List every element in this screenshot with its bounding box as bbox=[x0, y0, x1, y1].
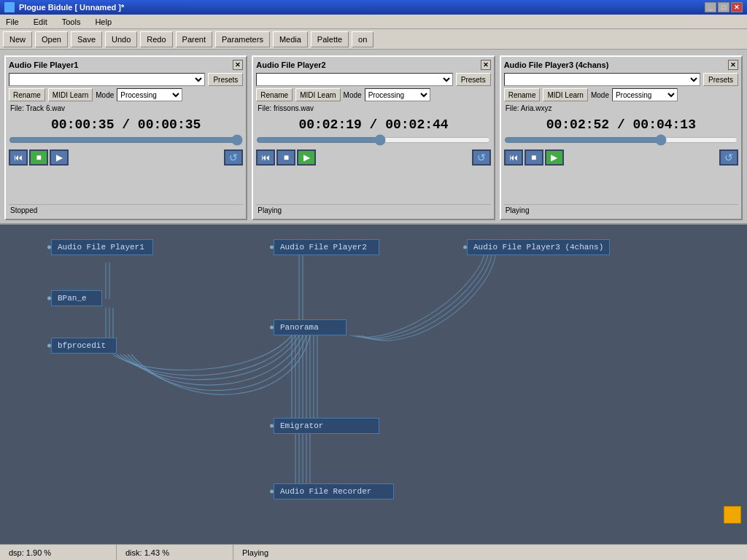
node-afp1-label: Audio File Player1 bbox=[58, 243, 144, 252]
player2-status: Playing bbox=[256, 204, 490, 216]
player3-controls-row: Rename MIDI Learn Mode Processing Realti… bbox=[504, 88, 738, 101]
player1-stop-button[interactable]: ■ bbox=[29, 149, 48, 166]
node-panorama-label: Panorama bbox=[280, 323, 319, 332]
titlebar: Plogue Bidule [ Unnamed ]* _ □ ✕ bbox=[0, 0, 747, 15]
statusbar: dsp: 1.90 % disk: 1.43 % Playing bbox=[0, 544, 747, 560]
player1-controls-row: Rename MIDI Learn Mode Processing Realti… bbox=[9, 88, 243, 101]
player1-close[interactable]: ✕ bbox=[233, 60, 243, 70]
player2-controls-row: Rename MIDI Learn Mode Processing Realti… bbox=[256, 88, 490, 101]
node-bpan-label: BPan_e bbox=[58, 294, 87, 303]
player1-time-display: 00:00:35 / 00:00:35 bbox=[9, 113, 243, 135]
playing-status: Playing bbox=[233, 545, 747, 560]
player1-widget: Audio File Player1 ✕ Presets Rename MIDI… bbox=[4, 55, 247, 220]
parameters-button[interactable]: Parameters bbox=[215, 31, 270, 47]
player1-seek-slider[interactable] bbox=[9, 135, 243, 145]
node-afp3-label: Audio File Player3 (4chans) bbox=[473, 243, 603, 252]
player2-rewind-button[interactable]: ⏮ bbox=[256, 149, 275, 166]
player3-titlebar: Audio File Player3 (4chans) ✕ bbox=[504, 60, 738, 70]
palette-button[interactable]: Palette bbox=[311, 31, 349, 47]
player2-file-label: File: frissons.wav bbox=[256, 104, 490, 113]
player2-transport-buttons: ⏮ ■ ▶ bbox=[256, 149, 316, 166]
player2-loop-button[interactable]: ↺ bbox=[472, 149, 491, 166]
player3-loop-button[interactable]: ↺ bbox=[719, 149, 738, 166]
player2-rename-button[interactable]: Rename bbox=[256, 88, 293, 101]
disk-value: 1.43 % bbox=[144, 548, 169, 557]
node-afp1[interactable]: Audio File Player1 bbox=[51, 239, 153, 255]
player3-preset-row: Presets bbox=[504, 73, 738, 86]
player1-mode-dropdown[interactable]: Processing Realtime bbox=[117, 88, 182, 101]
player2-titlebar: Audio File Player2 ✕ bbox=[256, 60, 490, 70]
player2-presets-button[interactable]: Presets bbox=[456, 73, 491, 86]
player3-widget: Audio File Player3 (4chans) ✕ Presets Re… bbox=[500, 55, 743, 220]
undo-button[interactable]: Undo bbox=[105, 31, 137, 47]
player2-midilearn-button[interactable]: MIDI Learn bbox=[295, 88, 340, 101]
player1-transport-row: ⏮ ■ ▶ ↺ bbox=[9, 149, 243, 166]
node-bfproc[interactable]: bfprocedit bbox=[51, 338, 117, 354]
player3-play-button[interactable]: ▶ bbox=[545, 149, 564, 166]
toolbar: New Open Save Undo Redo Parent Parameter… bbox=[0, 29, 747, 50]
player3-stop-button[interactable]: ■ bbox=[525, 149, 543, 166]
media-button[interactable]: Media bbox=[273, 31, 308, 47]
player1-rename-button[interactable]: Rename bbox=[9, 88, 45, 101]
redo-button[interactable]: Redo bbox=[140, 31, 172, 47]
player3-presets-button[interactable]: Presets bbox=[703, 73, 738, 86]
window-title: Plogue Bidule [ Unnamed ]* bbox=[19, 3, 124, 12]
player1-midilearn-button[interactable]: MIDI Learn bbox=[48, 88, 93, 101]
player2-mode-dropdown[interactable]: Processing Realtime bbox=[365, 88, 430, 101]
yellow-indicator bbox=[724, 506, 741, 524]
node-afp2[interactable]: Audio File Player2 bbox=[274, 239, 379, 255]
playing-label: Playing bbox=[242, 548, 268, 557]
node-panorama[interactable]: Panorama bbox=[274, 319, 347, 335]
player1-rewind-button[interactable]: ⏮ bbox=[9, 149, 28, 166]
parent-button[interactable]: Parent bbox=[176, 31, 212, 47]
player1-loop-button[interactable]: ↺ bbox=[224, 149, 243, 166]
player2-title: Audio File Player2 bbox=[256, 61, 325, 69]
player2-stop-button[interactable]: ■ bbox=[276, 149, 295, 166]
player2-close[interactable]: ✕ bbox=[481, 60, 491, 70]
player3-rewind-button[interactable]: ⏮ bbox=[504, 149, 523, 166]
minimize-button[interactable]: _ bbox=[705, 2, 716, 12]
player3-midilearn-button[interactable]: MIDI Learn bbox=[543, 88, 587, 101]
menubar: File Edit Tools Help bbox=[0, 15, 747, 29]
node-afp3[interactable]: Audio File Player3 (4chans) bbox=[467, 239, 610, 255]
node-afp2-label: Audio File Player2 bbox=[280, 243, 367, 252]
dsp-status: dsp: 1.90 % bbox=[0, 545, 117, 560]
menu-file[interactable]: File bbox=[3, 16, 22, 28]
player2-preset-dropdown[interactable] bbox=[256, 73, 452, 86]
player3-close[interactable]: ✕ bbox=[728, 60, 738, 70]
player1-titlebar: Audio File Player1 ✕ bbox=[9, 60, 243, 70]
graph-area[interactable]: Audio File Player1 BPan_e bfprocedit Aud… bbox=[0, 225, 747, 544]
menu-edit[interactable]: Edit bbox=[31, 16, 50, 28]
player3-seek-slider[interactable] bbox=[504, 135, 738, 145]
disk-status: disk: 1.43 % bbox=[117, 545, 233, 560]
menu-help[interactable]: Help bbox=[92, 16, 115, 28]
node-afrecorder[interactable]: Audio File Recorder bbox=[274, 483, 394, 499]
open-button[interactable]: Open bbox=[35, 31, 68, 47]
player1-transport-buttons: ⏮ ■ ▶ bbox=[9, 149, 69, 166]
player2-seek-slider[interactable] bbox=[256, 135, 490, 145]
player3-rename-button[interactable]: Rename bbox=[504, 88, 541, 101]
dsp-value: 1.90 % bbox=[26, 548, 51, 557]
player1-presets-button[interactable]: Presets bbox=[208, 73, 243, 86]
player3-mode-dropdown[interactable]: Processing Realtime bbox=[612, 88, 678, 101]
player2-preset-row: Presets bbox=[256, 73, 490, 86]
player3-transport-buttons: ⏮ ■ ▶ bbox=[504, 149, 564, 166]
new-button[interactable]: New bbox=[3, 31, 32, 47]
player3-status: Playing bbox=[504, 204, 738, 216]
player1-play-button[interactable]: ▶ bbox=[50, 149, 69, 166]
close-button[interactable]: ✕ bbox=[731, 2, 743, 12]
node-emigrator[interactable]: Emigrator bbox=[274, 418, 379, 434]
player1-preset-dropdown[interactable] bbox=[9, 73, 205, 86]
players-panel: Audio File Player1 ✕ Presets Rename MIDI… bbox=[0, 50, 747, 225]
player3-time-display: 00:02:52 / 00:04:13 bbox=[504, 113, 738, 135]
menu-tools[interactable]: Tools bbox=[59, 16, 84, 28]
disk-label: disk: bbox=[125, 548, 142, 557]
player3-preset-dropdown[interactable] bbox=[504, 73, 700, 86]
maximize-button[interactable]: □ bbox=[718, 2, 729, 12]
player1-preset-row: Presets bbox=[9, 73, 243, 86]
save-button[interactable]: Save bbox=[71, 31, 102, 47]
player2-play-button[interactable]: ▶ bbox=[297, 149, 316, 166]
player3-file-label: File: Aria.wxyz bbox=[504, 104, 738, 113]
node-bpan[interactable]: BPan_e bbox=[51, 290, 102, 306]
on-button[interactable]: on bbox=[352, 31, 374, 47]
